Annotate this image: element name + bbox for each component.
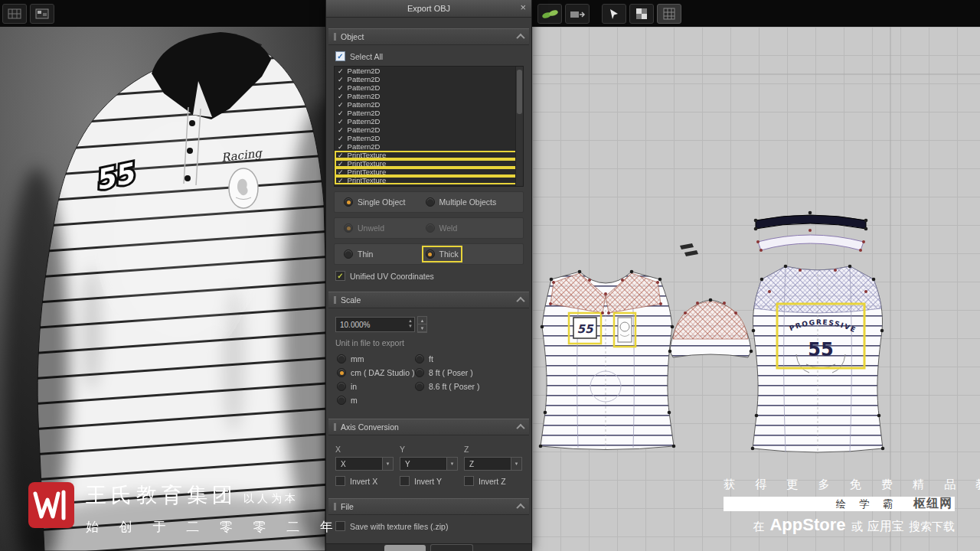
section-accent (334, 423, 336, 431)
radio-unit-m[interactable]: m (337, 396, 415, 405)
scrollbar-thumb[interactable] (517, 70, 522, 114)
section-accent (334, 33, 336, 41)
brand-slogan: 以人为本 (243, 492, 299, 506)
object-list-item[interactable]: ✓Pattern2D (335, 126, 523, 134)
radio-thin[interactable]: Thin (344, 249, 426, 259)
section-header-scale[interactable]: Scale (328, 292, 529, 308)
collapse-chevron-icon (516, 34, 524, 42)
section-header-axis[interactable]: Axis Conversion (328, 419, 529, 435)
scale-spinner-row: 10.000% ▲▼ ▲▼ (335, 316, 522, 333)
object-list-item[interactable]: ✓Pattern2D (335, 134, 523, 142)
radio-thick[interactable]: Thick (426, 249, 459, 259)
object-mode-row: Single Object Multiple Objects (334, 191, 524, 213)
radio-unit-ft[interactable]: ft (415, 354, 521, 364)
spinner-arrows-icon[interactable]: ▲▼ (408, 318, 413, 329)
checkbox-checked-icon: ✓ (335, 271, 345, 281)
object-list-item[interactable]: ✓Pattern2D (335, 142, 523, 151)
mesh-surface-icon[interactable] (657, 4, 681, 24)
object-list-item[interactable]: ✓Pattern2D (335, 67, 523, 75)
scale-value-input[interactable]: 10.000% ▲▼ (335, 317, 415, 332)
button-icon (185, 175, 191, 181)
radio-unit-in[interactable]: in (337, 382, 415, 391)
svg-text:55: 55 (808, 339, 833, 360)
radio-selected-icon (344, 197, 353, 207)
download-line: 在 AppStore 或 应用宝 搜索下载 (724, 515, 955, 535)
wang-education-logo (28, 481, 75, 532)
radio-unit-86ft-poser[interactable]: 8.6 ft ( Poser ) (415, 382, 521, 391)
pattern-placket-pieces[interactable] (680, 243, 698, 256)
section-header-file[interactable]: File (328, 498, 529, 515)
invert-y-checkbox[interactable]: Invert Y (400, 476, 458, 486)
ok-button-partial[interactable] (384, 545, 426, 551)
invert-x-checkbox[interactable]: Invert X (335, 476, 394, 486)
radio-multiple-objects[interactable]: Multiple Objects (426, 197, 497, 207)
radio-icon (426, 223, 435, 233)
radio-single-object[interactable]: Single Object (344, 197, 426, 207)
yingyongbao-text: 应用宝 (867, 520, 904, 533)
scale-stepper[interactable]: ▲▼ (417, 316, 427, 333)
dialog-titlebar[interactable]: Export OBJ × (326, 0, 531, 18)
object-list-item-highlighted[interactable]: ✓PrintTexture (335, 168, 523, 176)
collapse-chevron-icon (516, 424, 524, 432)
object-list-item-highlighted[interactable]: ✓PrintTexture (335, 176, 523, 184)
axis-y-label: Y (400, 445, 458, 454)
axis-x-dropdown[interactable]: X ▾ (335, 457, 394, 471)
texture-surface-icon[interactable] (629, 4, 654, 24)
radio-unweld[interactable]: Unweld (344, 223, 426, 233)
object-list-item[interactable]: ✓Pattern2D (335, 100, 523, 109)
object-list-item[interactable]: ✓Pattern2D (335, 75, 523, 83)
object-list-item[interactable]: ✓Pattern2D (335, 92, 523, 100)
dialog-bottom-strip (326, 543, 531, 551)
simulate-cursor-icon[interactable] (602, 4, 626, 24)
3d-viewport[interactable]: 55 Racing (0, 0, 325, 551)
brand-strip: 绘 学 霸 枢纽网 (724, 497, 955, 511)
select-all-checkbox[interactable]: ✓ Select All (335, 51, 522, 61)
object-list-item-highlighted[interactable]: ✓PrintTexture (335, 159, 523, 168)
export-obj-dialog: Export OBJ × Object ✓ Select All ✓Patter… (325, 0, 532, 551)
export-garment-icon[interactable] (565, 4, 590, 24)
promo-line: 获 得 更 多 免 费 精 品 教 程 (724, 478, 955, 492)
object-list-item[interactable]: ✓Pattern2D (335, 117, 523, 126)
close-icon[interactable]: × (520, 2, 526, 13)
save-texture-checkbox[interactable]: Save with texture files (.zip) (335, 521, 522, 531)
huixueba-badge: 绘 学 霸 (836, 497, 898, 511)
invert-z-checkbox[interactable]: Invert Z (464, 476, 522, 486)
pattern-collar-strip[interactable] (758, 235, 864, 250)
radio-weld[interactable]: Weld (426, 223, 458, 233)
list-scrollbar[interactable] (515, 67, 523, 186)
pattern-sleeve[interactable] (670, 300, 751, 357)
axis-x-label: X (335, 445, 394, 454)
2d-pattern-viewport[interactable]: 55 (532, 27, 980, 551)
checkbox-checked-icon: ✓ (335, 51, 345, 61)
axis-z-dropdown[interactable]: Z ▾ (464, 457, 522, 471)
object-list-item-highlighted[interactable]: ✓PrintTexture (335, 151, 523, 159)
checkbox-icon (464, 476, 474, 486)
object-list[interactable]: ✓Pattern2D ✓Pattern2D ✓Pattern2D ✓Patter… (334, 66, 524, 187)
radio-unit-mm[interactable]: mm (337, 354, 415, 364)
section-header-object[interactable]: Object (328, 28, 529, 45)
crest-badge (229, 168, 258, 208)
axis-y-dropdown[interactable]: Y ▾ (400, 457, 458, 471)
pattern-collar-band[interactable] (756, 215, 866, 229)
collapse-chevron-icon (516, 504, 524, 512)
pattern-window-alt-icon[interactable] (30, 4, 54, 24)
radio-unit-cm-daz[interactable]: cm ( DAZ Studio ) (337, 368, 415, 377)
axis-z-label: Z (464, 445, 522, 454)
svg-text:55: 55 (577, 322, 594, 336)
cancel-button-partial[interactable] (430, 544, 473, 551)
brand-name: 王氏教育集团 (86, 481, 237, 509)
section-accent (334, 296, 336, 304)
unit-hint-label: Unit in file to export (335, 338, 522, 347)
pattern-window-icon[interactable] (2, 4, 27, 24)
axis-conversion-grid: X X ▾ Invert X Y Y ▾ Invert Y (335, 445, 522, 486)
radio-selected-icon (426, 249, 435, 259)
radio-icon (344, 223, 353, 233)
button-icon (187, 148, 193, 154)
unified-uv-checkbox[interactable]: ✓ Unified UV Coordinates (335, 271, 522, 281)
object-list-item[interactable]: ✓Pattern2D (335, 83, 523, 92)
object-list-item[interactable]: ✓Pattern2D (335, 109, 523, 117)
pattern-front-bodice[interactable] (541, 272, 674, 450)
chevron-down-icon: ▾ (446, 458, 457, 470)
radio-unit-8ft-poser[interactable]: 8 ft ( Poser ) (415, 368, 521, 377)
shoes-icon[interactable] (537, 4, 562, 24)
